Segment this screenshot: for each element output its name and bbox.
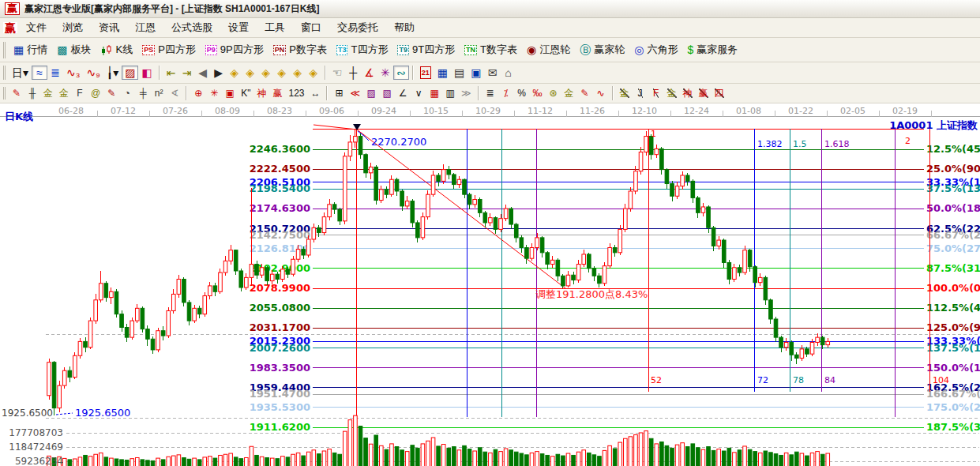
candle-body: [779, 337, 783, 348]
pattern-box-tool[interactable]: ▨: [122, 66, 138, 80]
j-angle-tool[interactable]: J: [633, 87, 648, 100]
gann-wheel-button[interactable]: ◉江恩轮: [522, 41, 575, 58]
fan-box-2-tool[interactable]: ▧: [379, 87, 395, 100]
red-pencil-tool[interactable]: ✎: [577, 87, 593, 100]
wave-9-tool[interactable]: ∿₉: [83, 66, 103, 80]
calendar-button[interactable]: 21: [417, 65, 434, 81]
t-number-table-button[interactable]: TNT数字表: [460, 41, 522, 58]
next-bar-button[interactable]: ▶: [211, 66, 227, 80]
menu-help[interactable]: 帮助: [387, 19, 422, 36]
menu-window[interactable]: 窗口: [294, 19, 329, 36]
circle-crosshair-tool[interactable]: ⊕: [190, 87, 206, 100]
fan-box-tool[interactable]: ▨: [363, 87, 379, 100]
wave-tool[interactable]: ∿: [593, 87, 609, 100]
candle-body: [73, 355, 77, 377]
hexagon-button[interactable]: ◎六角形: [629, 41, 682, 58]
percent-line-tool[interactable]: ⁒: [498, 87, 514, 100]
win-grid-tool[interactable]: 赢: [269, 87, 285, 100]
freehand-line-tool[interactable]: ≈: [32, 66, 47, 80]
chart-canvas[interactable]: 06-2807-1207-2608-0908-2309-0609-2410-15…: [0, 104, 980, 466]
note-panel-button[interactable]: ≣: [47, 66, 63, 80]
prev-bar-button[interactable]: ◀: [195, 66, 211, 80]
star-grid-tool[interactable]: ✳: [206, 87, 222, 100]
gold-grid-b-tool[interactable]: 金: [56, 87, 72, 100]
percent-underline-tool[interactable]: ‰: [530, 87, 546, 100]
menu-tools[interactable]: 工具: [257, 19, 292, 36]
diamond-cross-button[interactable]: ◈: [274, 66, 290, 80]
grid-ruler-tool[interactable]: ╫: [24, 87, 40, 100]
wave-3-tool[interactable]: ∿₃: [63, 66, 83, 80]
candle-body: [784, 342, 788, 347]
volume-profile-tool[interactable]: ◧: [138, 66, 155, 80]
pencil-ruler-tool[interactable]: ✎: [103, 87, 119, 100]
diamond-left-button[interactable]: ◈: [227, 66, 242, 80]
angle-measure-tool[interactable]: ∡: [361, 66, 377, 80]
diamond-star-button[interactable]: ◈: [306, 66, 321, 80]
shen-angle-tool[interactable]: 神: [680, 87, 696, 100]
menu-news[interactable]: 资讯: [92, 19, 126, 36]
angle-tool[interactable]: ∢: [167, 87, 182, 100]
win-angle-tool[interactable]: 赢: [696, 87, 712, 100]
menu-gann[interactable]: 江恩: [128, 19, 163, 36]
winner-wheel-button[interactable]: Ⓑ赢家轮: [575, 41, 629, 58]
span-arrows-tool[interactable]: ↔: [307, 87, 323, 100]
notepad-button[interactable]: ▤: [451, 66, 467, 80]
p-number-table-button[interactable]: PNP数字表: [268, 41, 332, 58]
sector-button[interactable]: ▩板块: [52, 41, 96, 58]
scale-bars-tool[interactable]: ≣: [482, 87, 498, 100]
f-grid-tool[interactable]: F: [72, 87, 88, 100]
number-grid-tool[interactable]: 123: [285, 87, 307, 100]
f-angle-tool[interactable]: F: [648, 87, 664, 100]
ruler-tool[interactable]: ╪: [135, 87, 151, 100]
menu-settings[interactable]: 设置: [221, 19, 256, 36]
red-grid-tool[interactable]: ▦: [426, 87, 442, 100]
menu-browse[interactable]: 浏览: [55, 19, 90, 36]
winner-service-button[interactable]: $赢家服务: [682, 41, 742, 58]
volume-bar: [514, 452, 518, 466]
percent-tool[interactable]: %: [514, 87, 530, 100]
diamond-hsplit-button[interactable]: ◈: [258, 66, 274, 80]
n2-grid-tool[interactable]: n²: [151, 87, 167, 100]
p-square-button[interactable]: PSP四方形: [137, 41, 201, 58]
spiral-tool[interactable]: @: [88, 87, 103, 100]
diamond-right-button[interactable]: ◈: [242, 66, 258, 80]
remote-service-button[interactable]: ⌂: [501, 66, 516, 80]
save-button[interactable]: ▣: [467, 66, 484, 80]
kline-button[interactable]: K线: [96, 41, 137, 58]
diamond-plus-button[interactable]: ◈: [290, 66, 306, 80]
four-angle-tool[interactable]: 四: [712, 87, 727, 100]
square-grid-tool[interactable]: ▣: [222, 87, 238, 100]
candle-type-dropdown[interactable]: 日▾: [9, 66, 32, 80]
menu-file[interactable]: 文件: [19, 19, 54, 36]
draw-pencil-tool[interactable]: ✎: [9, 87, 24, 100]
go-first-button[interactable]: ⇤: [163, 66, 179, 80]
time-circle-tool[interactable]: ◔: [119, 87, 135, 100]
crosshair-tool[interactable]: ┼: [345, 66, 361, 80]
single-candle-dropdown[interactable]: ╽▾: [103, 66, 122, 80]
gold-circle-tool[interactable]: ⊛: [546, 87, 561, 100]
scribble-select-tool[interactable]: ∾: [393, 66, 409, 80]
v-pattern-tool[interactable]: ∨: [411, 87, 426, 100]
9p-square-button[interactable]: P99P四方形: [201, 41, 268, 58]
trend-lines-tool[interactable]: ≫: [458, 87, 475, 100]
gold-angle-tool[interactable]: 金: [617, 87, 633, 100]
three-rays-tool[interactable]: ∠: [395, 87, 411, 100]
9t-square-button[interactable]: T99T四方形: [392, 41, 460, 58]
t-square-button[interactable]: T3T四方形: [332, 41, 392, 58]
menu-trade[interactable]: 交易委托: [330, 19, 385, 36]
menu-formula-picker[interactable]: 公式选股: [164, 19, 220, 36]
quote-button[interactable]: ▦行情: [9, 41, 52, 58]
box-handles-tool[interactable]: ⊞: [331, 87, 347, 100]
gold-lines-tool[interactable]: 金: [561, 87, 577, 100]
gann-flower-tool[interactable]: ✳: [377, 66, 393, 80]
pan-hand-tool[interactable]: ☜: [329, 66, 346, 80]
shen-grid-tool[interactable]: 神: [253, 87, 269, 100]
send-report-button[interactable]: ✉: [485, 66, 501, 80]
k-quote-tool[interactable]: K": [238, 87, 253, 100]
fan-lines-tool[interactable]: ≪: [347, 87, 363, 100]
grid-arrow-tool[interactable]: ▥: [442, 87, 458, 100]
gold-grid-a-tool[interactable]: 金: [40, 87, 56, 100]
go-last-button[interactable]: ⇥: [179, 66, 195, 80]
gold-angle-2-tool[interactable]: 金: [664, 87, 680, 100]
calculator-button[interactable]: ▦: [434, 66, 451, 80]
